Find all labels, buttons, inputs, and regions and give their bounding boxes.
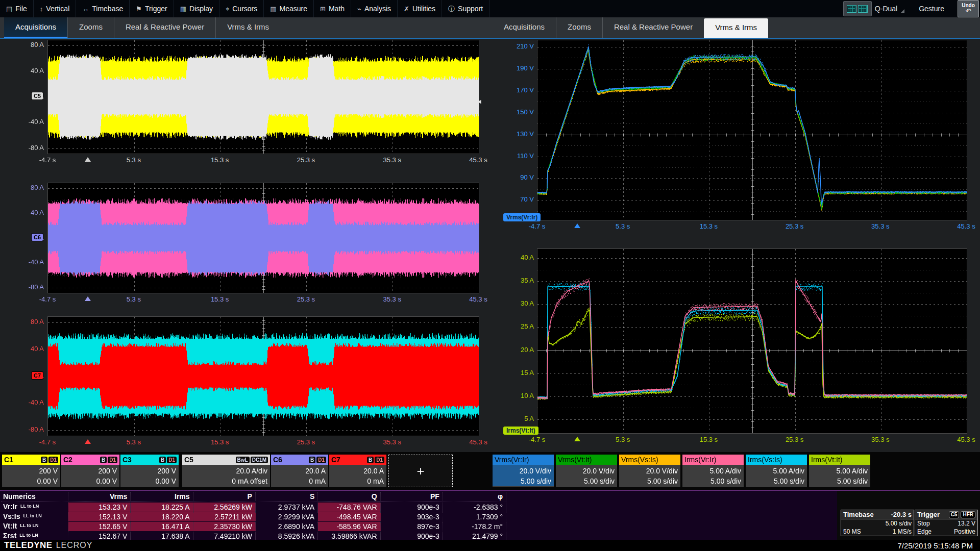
y-axis-label: -40 A [15,118,44,126]
measurement-value: 1.7309 ° [443,512,506,521]
bandwidth-badge: B [41,457,47,463]
x-axis-label: 35.3 s [374,295,410,303]
function-descriptor-header: Irms(Vs:Is) [746,455,807,465]
channel-descriptor-header: C3BD1 [120,455,179,465]
function-descriptor-body: 5.00 A/div5.00 s/div [682,465,744,486]
undo-button[interactable]: Undo ↶ [958,0,979,17]
add-channel-button[interactable]: + [388,455,453,487]
function-descriptor-2[interactable]: Vrms(Vs:Is)20.0 V/div5.00 s/div [619,455,680,487]
menu-item-support[interactable]: ⓘSupport [442,0,489,17]
function-name: Irms(Vt:It) [811,456,868,464]
timebase-per-div: 5.00 s/div [886,519,912,528]
y-axis-label: 40 A [15,345,44,353]
trend-vrms-plot[interactable] [537,40,967,220]
measurement-wiring-label: LL to LN [23,513,41,518]
gesture-button[interactable]: Gesture [919,5,944,13]
function-descriptor-1[interactable]: Vrms(Vt:It)20.0 V/div5.00 s/div [556,455,617,487]
measurement-value: 152.67 V [68,532,131,541]
tab-real-reactive-power[interactable]: Real & Reactive Power [114,17,215,39]
menu-item-label: Cursors [232,5,257,13]
grid-c1c5-plot[interactable] [47,40,479,154]
measurement-wiring-label: LL to LN [20,504,39,509]
q-dual-button[interactable] [843,1,872,16]
trigger-time-marker [85,296,91,301]
function-descriptor-0[interactable]: Vrms(Vr:Ir)20.0 V/div5.00 s/div [493,455,554,487]
y-axis-label: 5 A [500,415,534,422]
q-dual-label[interactable]: Q-Dual [875,5,904,13]
menu-item-math[interactable]: ⊞Math [314,0,351,17]
menu-item-cursors[interactable]: ⌖Cursors [219,0,264,17]
function-setting-value: 5.00 s/div [558,476,615,486]
status-bar: TELEDYNE LECROY 7/25/2019 5:15:48 PM [0,540,980,551]
measurement-value: 18.225 A [131,503,193,512]
channel-descriptor-c1[interactable]: C1BD1200 V0.00 V [2,455,60,487]
menu-items: ▤File↕Vertical↔Timebase⚑Trigger▦Display⌖… [0,0,843,17]
y-axis-label: 90 V [500,173,534,181]
channel-name: C3 [122,456,158,464]
menu-item-label: Timebase [92,5,123,13]
x-axis-label: 5.3 s [116,295,152,303]
trigger-title: Trigger [917,511,940,518]
numerics-column-header: φ [443,492,506,501]
trend-descriptor-tag[interactable]: Irms(Vt:It) [503,427,538,435]
trend-descriptor-tag[interactable]: Vrms(Vr:Ir) [503,213,541,221]
trigger-type: Edge [917,528,932,536]
function-setting-value: 5.00 s/div [495,476,551,486]
channel-descriptor-c6[interactable]: C6BD120.0 A0 mA [271,455,328,487]
menu-item-label: Vertical [46,5,69,13]
channel-setting-value: 20.0 A/div [185,466,267,476]
y-axis-label: -40 A [15,398,44,406]
grid-c2c6-plot[interactable] [47,183,479,293]
channel-descriptor-c3[interactable]: C3BD1200 V0.00 V [120,455,179,487]
menu-item-label: Math [329,5,345,13]
channel-position-indicator-c7[interactable]: C7 [32,372,43,379]
channel-position-indicator-c5[interactable]: C5 [32,92,43,99]
channel-setting-value: 20.0 A [332,466,384,476]
numerics-table[interactable]: NumericsVrmsIrmsPSQPFφVr:IrLL to LN153.2… [1,491,506,541]
channel-descriptor-c7[interactable]: C7BD120.0 A0 mA [329,455,386,487]
tab-real-reactive-power[interactable]: Real & Reactive Power [602,17,704,39]
menu-item-display[interactable]: ▦Display [174,0,219,17]
y-axis-label: 15 A [500,369,534,377]
menu-item-measure[interactable]: ▥Measure [264,0,314,17]
trend-irms-plot[interactable] [537,248,967,434]
channel-setting-value: 0 mA offset [185,476,267,486]
function-descriptor-3[interactable]: Irms(Vr:Ir)5.00 A/div5.00 s/div [682,455,744,487]
measurement-name[interactable]: Vs:IsLL to LN [1,512,68,522]
bandwidth-badge: B [159,457,166,463]
timebase-box[interactable]: Timebase -20.3 s 5.00 s/div 50 MS1 MS/s [841,510,914,536]
tab-zooms[interactable]: Zooms [556,17,602,39]
menu-item-analysis[interactable]: ⌁Analysis [351,0,398,17]
tab-group-left: AcquisitionsZoomsReal & Reactive PowerVr… [4,17,280,39]
measurement-name[interactable]: Vt:ItLL to LN [1,521,68,532]
tab-vrms-irms[interactable]: Vrms & Irms [215,17,280,39]
channel-setting-value: 0.00 V [123,476,176,486]
function-setting-value: 20.0 V/div [558,466,615,476]
menu-item-timebase[interactable]: ↔Timebase [76,0,130,17]
tab-group-right: AcquisitionsZoomsReal & Reactive PowerVr… [493,17,768,39]
function-descriptor-5[interactable]: Irms(Vt:It)5.00 A/div5.00 s/div [809,455,870,487]
function-descriptor-4[interactable]: Irms(Vs:Is)5.00 A/div5.00 s/div [746,455,807,487]
channel-descriptor-c2[interactable]: C2BD1200 V0.00 V [61,455,119,487]
menu-item-vertical[interactable]: ↕Vertical [34,0,76,17]
y-axis-label: -40 A [15,258,44,266]
x-axis-label: 25.3 s [288,438,324,446]
trigger-box[interactable]: Trigger C5 HFR Stop13.2 V EdgePositive [915,510,978,536]
channel-descriptor-header: C2BD1 [61,455,119,465]
tab-vrms-irms[interactable]: Vrms & Irms [704,18,768,39]
menu-item-utilities[interactable]: ✗Utilities [398,0,442,17]
grid-c3c7-plot[interactable] [47,316,479,436]
channel-position-indicator-c6[interactable]: C6 [32,234,43,241]
tab-acquisitions[interactable]: Acquisitions [4,17,67,39]
function-setting-value: 5.00 A/div [812,466,868,476]
menu-item-trigger[interactable]: ⚑Trigger [130,0,174,17]
dual-display-icon [847,5,856,13]
y-axis-label: 210 V [500,42,534,50]
measurement-name[interactable]: Vr:IrLL to LN [1,502,68,512]
tab-zooms[interactable]: Zooms [67,17,114,39]
coupling-badge: D1 [375,457,384,463]
tab-acquisitions[interactable]: Acquisitions [493,17,556,39]
x-axis-label: 25.3 s [777,222,813,230]
menu-item-file[interactable]: ▤File [0,0,34,17]
channel-descriptor-c5[interactable]: C5BwLDC1M20.0 A/div0 mA offset [182,455,270,487]
